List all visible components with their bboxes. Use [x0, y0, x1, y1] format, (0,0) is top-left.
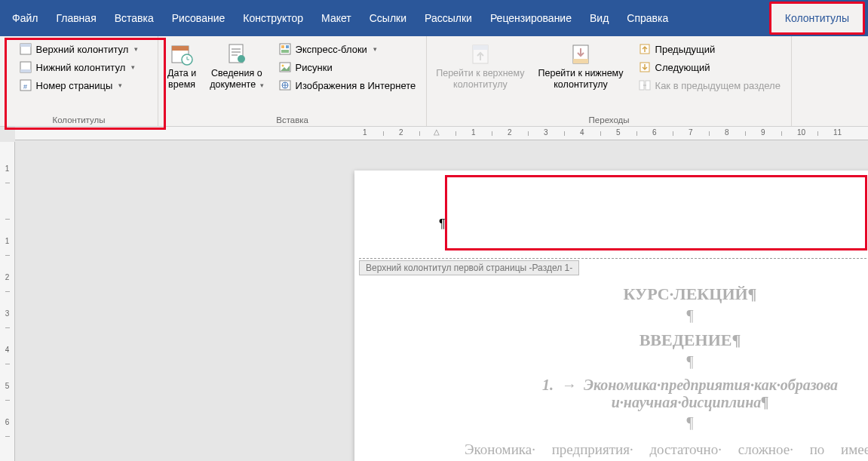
tab-review[interactable]: Рецензирование	[481, 2, 581, 35]
group-navigation: Перейти к верхнемуколонтитулу Перейти к …	[427, 36, 792, 126]
footer-icon	[20, 61, 32, 73]
goto-header-icon	[468, 42, 492, 66]
tab-home[interactable]: Главная	[47, 2, 105, 35]
tab-help[interactable]: Справка	[618, 2, 677, 35]
horizontal-ruler[interactable]: 21△1234567891011	[15, 127, 868, 140]
doc-paragraph: Экономика· предприятия· достаточно· слож…	[437, 439, 868, 461]
next-icon	[639, 61, 651, 73]
doc-info-icon	[225, 42, 249, 66]
group-label-headers: Колонтитулы	[53, 114, 106, 124]
footer-label: Нижний колонтитул	[36, 62, 126, 73]
footer-dropdown[interactable]: Нижний колонтитул ▾	[15, 59, 143, 75]
header-section-tag: Верхний колонтитул первой страницы -Разд…	[359, 260, 579, 275]
tab-file[interactable]: Файл	[3, 2, 47, 35]
link-section-icon	[639, 79, 651, 91]
online-pictures-label: Изображения в Интернете	[296, 80, 416, 91]
workspace: 21△1234567891011 1123456 ¶ Верхний колон…	[0, 127, 868, 461]
document-body: КУРС·ЛЕКЦИЙ¶ ¶ ВВЕДЕНИЕ¶ ¶ 1. → Экономик…	[354, 275, 868, 461]
svg-rect-11	[232, 51, 241, 53]
header-label: Верхний колонтитул	[36, 44, 129, 55]
page-number-label: Номер страницы	[36, 80, 113, 91]
doc-info-button[interactable]: Сведения одокументе ▾	[205, 39, 268, 94]
goto-header-button: Перейти к верхнемуколонтитулу	[431, 39, 529, 94]
tab-drawing[interactable]: Рисование	[163, 2, 235, 35]
tab-references[interactable]: Ссылки	[360, 2, 416, 35]
doc-title-2: ВВЕДЕНИЕ¶	[437, 330, 868, 350]
svg-rect-17	[281, 50, 289, 53]
svg-rect-12	[232, 54, 238, 56]
highlight-box-header-area	[445, 175, 867, 250]
tab-insert[interactable]: Вставка	[106, 2, 163, 35]
date-time-button[interactable]: Дата ивремя	[163, 39, 201, 94]
group-insert: Дата ивремя Сведения одокументе ▾ Экспре…	[158, 36, 427, 126]
tab-layout[interactable]: Макет	[312, 2, 360, 35]
paragraph-mark-icon: ¶	[439, 217, 446, 231]
doc-pilcrow: ¶	[437, 307, 868, 324]
doc-pilcrow: ¶	[437, 353, 868, 370]
chevron-down-icon: ▾	[373, 45, 377, 53]
page-header-area[interactable]: ¶	[354, 175, 868, 258]
doc-heading: 1. → Экономика·предприятия·как·образова …	[437, 376, 868, 411]
chevron-down-icon: ▾	[260, 81, 264, 89]
next-label: Следующий	[655, 62, 710, 73]
header-icon	[20, 43, 32, 55]
online-picture-icon	[279, 79, 291, 91]
doc-pilcrow: ¶	[437, 414, 868, 432]
header-divider	[359, 258, 868, 259]
svg-point-13	[238, 55, 245, 63]
svg-rect-23	[473, 45, 488, 50]
picture-icon	[279, 61, 291, 73]
previous-label: Предыдущий	[655, 44, 716, 55]
header-dropdown[interactable]: Верхний колонтитул ▾	[15, 41, 143, 57]
previous-button[interactable]: Предыдущий	[634, 41, 785, 57]
goto-footer-button[interactable]: Перейти к нижнемуколонтитулу	[534, 39, 628, 94]
svg-point-19	[281, 65, 284, 67]
svg-rect-3	[20, 69, 31, 72]
pictures-label: Рисунки	[296, 62, 333, 73]
chevron-down-icon: ▾	[131, 63, 135, 71]
svg-rect-25	[573, 59, 588, 63]
goto-footer-icon	[569, 42, 593, 66]
svg-rect-7	[172, 46, 189, 51]
previous-icon	[639, 43, 651, 55]
tab-mail[interactable]: Рассылки	[416, 2, 481, 35]
group-label-insert: Вставка	[276, 114, 308, 124]
calendar-clock-icon	[170, 42, 194, 66]
tab-headers-footers[interactable]: Колонтитулы	[769, 2, 865, 35]
tab-design[interactable]: Конструктор	[234, 2, 312, 35]
quick-parts-label: Экспресс-блоки	[296, 44, 367, 55]
svg-rect-16	[286, 45, 289, 48]
ribbon: Верхний колонтитул ▾ Нижний колонтитул ▾…	[0, 36, 868, 127]
page-number-dropdown[interactable]: # Номер страницы ▾	[15, 77, 143, 94]
svg-rect-1	[20, 44, 31, 47]
ribbon-tabs: Файл Главная Вставка Рисование Конструкт…	[0, 0, 868, 36]
svg-rect-10	[232, 48, 241, 50]
page-number-icon: #	[20, 79, 32, 91]
pictures-button[interactable]: Рисунки	[275, 59, 421, 75]
vertical-ruler[interactable]: 1123456	[0, 142, 15, 461]
online-pictures-button[interactable]: Изображения в Интернете	[275, 77, 421, 94]
doc-title-1: КУРС·ЛЕКЦИЙ¶	[437, 284, 868, 304]
quick-parts-icon	[279, 43, 291, 55]
svg-rect-15	[281, 45, 284, 48]
document-page: ¶ Верхний колонтитул первой страницы -Ра…	[354, 171, 868, 461]
group-headers-footers: Верхний колонтитул ▾ Нижний колонтитул ▾…	[0, 36, 158, 126]
next-button[interactable]: Следующий	[634, 59, 785, 75]
tab-view[interactable]: Вид	[581, 2, 618, 35]
quick-parts-button[interactable]: Экспресс-блоки ▾	[275, 41, 421, 57]
svg-text:#: #	[23, 83, 27, 91]
group-label-nav: Переходы	[589, 114, 630, 124]
same-as-previous-button: Как в предыдущем разделе	[634, 77, 785, 94]
chevron-down-icon: ▾	[118, 81, 122, 89]
same-as-previous-label: Как в предыдущем разделе	[655, 80, 781, 91]
chevron-down-icon: ▾	[134, 45, 138, 53]
